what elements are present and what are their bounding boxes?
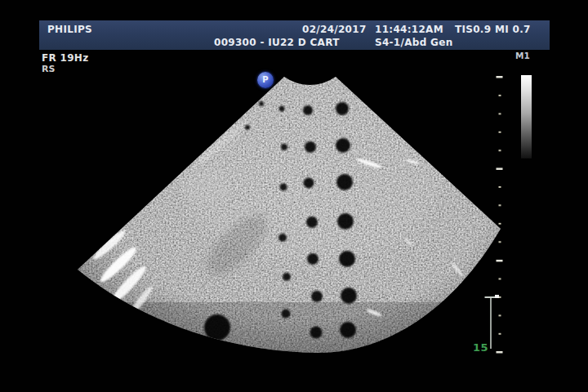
machine-id: 009300 - IU22 D CART [214,37,340,48]
probe-orientation-marker: P [257,72,274,88]
depth-value-label: 15 [473,341,488,354]
sector-image [65,57,510,368]
exam-time: 11:44:12AM [375,24,443,35]
exam-date: 02/24/2017 [302,24,367,35]
gray-map-label: M1 [515,51,530,60]
probe-preset: S4-1/Abd Gen [375,37,452,48]
tis-value: TIS0.9 [455,24,491,35]
ultrasound-screen: PHILIPS 02/24/2017 11:44:12AM TIS0.9 MI … [0,0,588,392]
header-bar: PHILIPS 02/24/2017 11:44:12AM TIS0.9 MI … [39,20,550,50]
depth-scale [497,76,503,354]
mi-value: MI 0.7 [495,24,531,35]
orientation-label: RS [42,64,55,74]
grayscale-bar [521,75,532,158]
philips-logo: PHILIPS [47,24,92,35]
frame-rate-label: FR 19Hz [42,52,88,64]
